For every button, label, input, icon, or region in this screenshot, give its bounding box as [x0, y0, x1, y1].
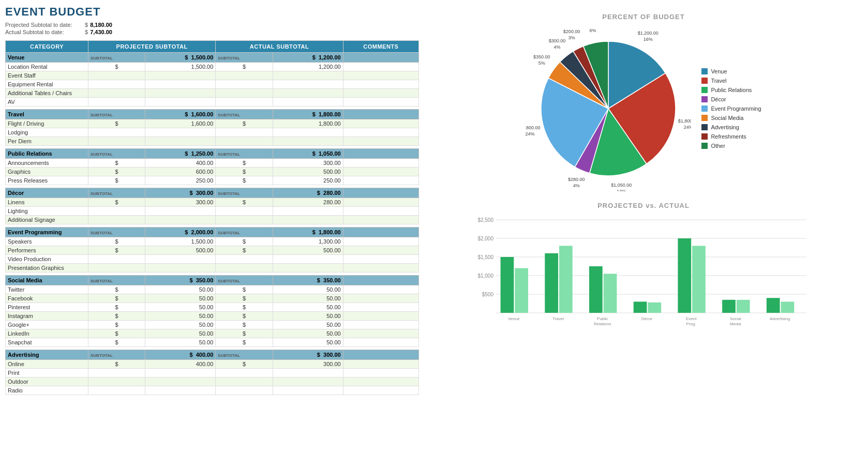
- comments-cell: [343, 53, 418, 63]
- proj-dollar: $: [88, 294, 145, 303]
- section-name: Décor: [6, 188, 88, 198]
- proj-dollar: $: [88, 119, 145, 128]
- item-comments: [343, 255, 418, 264]
- item-name: Outdoor: [6, 377, 88, 386]
- pie-label-value: $1,200.00: [638, 31, 659, 36]
- legend-item: Social Media: [701, 115, 761, 121]
- actual-amount: 50.00: [273, 294, 343, 303]
- actual-amount: 500.00: [273, 246, 343, 255]
- item-name: Pinterest: [6, 303, 88, 312]
- proj-dollar: [88, 80, 145, 89]
- legend-label: Venue: [711, 68, 727, 74]
- proj-amount: [145, 207, 216, 216]
- actual-dollar: $: [216, 168, 273, 176]
- item-comments: [343, 216, 418, 224]
- x-axis-label: Venue: [508, 316, 520, 321]
- pie-label-value: $1,800.00: [678, 118, 691, 124]
- actual-amount: 50.00: [273, 338, 343, 347]
- actual-amount: 1,300.00: [273, 237, 343, 246]
- projected-header: PROJECTED SUBTOTAL: [88, 41, 216, 53]
- actual-dollar: [216, 98, 273, 107]
- x-axis-label: SocialMedia: [730, 316, 741, 326]
- projected-value: 8,180.00: [90, 22, 126, 28]
- proj-dollar: $: [88, 246, 145, 255]
- actual-label: Actual Subtotal to date:: [5, 29, 83, 35]
- page-title: EVENT BUDGET: [5, 5, 419, 19]
- projected-bar: [722, 300, 736, 313]
- section-name: Advertising: [6, 350, 88, 360]
- budget-table: CATEGORY PROJECTED SUBTOTAL ACTUAL SUBTO…: [5, 40, 419, 398]
- proj-amount: [145, 216, 216, 224]
- subtotal-label2: SUBTOTAL: [216, 53, 273, 63]
- item-comments: [343, 369, 418, 377]
- x-axis-label: Travel: [552, 316, 564, 321]
- item-name: Announcements: [6, 159, 88, 168]
- comments-cell: [343, 110, 418, 119]
- legend-label: Public Relations: [711, 87, 752, 93]
- pie-label-value: $1,050.00: [611, 183, 632, 188]
- projected-subtotal: $ 350.00: [145, 276, 216, 285]
- actual-subtotal: $ 1,050.00: [273, 149, 343, 159]
- item-comments: [343, 63, 418, 71]
- proj-dollar: [88, 89, 145, 98]
- proj-amount: [145, 264, 216, 273]
- actual-bar: [559, 246, 573, 313]
- proj-dollar: $: [88, 303, 145, 312]
- proj-dollar: [88, 216, 145, 224]
- comments-cell: [343, 188, 418, 198]
- section-name: Event Programming: [6, 228, 88, 237]
- actual-amount: [273, 216, 343, 224]
- proj-dollar: [88, 128, 145, 137]
- proj-dollar: $: [88, 63, 145, 71]
- projected-bar: [501, 257, 514, 313]
- proj-amount: 1,500.00: [145, 63, 216, 71]
- projected-subtotal: $ 300.00: [145, 188, 216, 198]
- actual-dollar: [216, 255, 273, 264]
- proj-dollar: $: [88, 176, 145, 185]
- subtotal-label: SUBTOTAL: [88, 149, 145, 159]
- actual-dollar: [216, 89, 273, 98]
- subtotal-label2: SUBTOTAL: [216, 228, 273, 237]
- item-comments: [343, 71, 418, 80]
- legend-color: [701, 115, 708, 121]
- item-name: Radio: [6, 386, 88, 395]
- actual-amount: 50.00: [273, 321, 343, 329]
- section-name: Venue: [6, 53, 88, 63]
- proj-amount: [145, 80, 216, 89]
- proj-amount: [145, 71, 216, 80]
- legend-label: Other: [711, 143, 725, 149]
- legend-color: [701, 143, 708, 149]
- item-comments: [343, 386, 418, 395]
- actual-amount: 300.00: [273, 360, 343, 369]
- proj-amount: [145, 89, 216, 98]
- actual-amount: 50.00: [273, 303, 343, 312]
- item-comments: [343, 264, 418, 273]
- proj-amount: 50.00: [145, 303, 216, 312]
- proj-amount: [145, 128, 216, 137]
- actual-dollar: $: [216, 294, 273, 303]
- legend-item: Other: [701, 143, 761, 149]
- actual-bar: [781, 301, 795, 313]
- actual-dollar: $: [85, 29, 88, 35]
- actual-dollar: [216, 71, 273, 80]
- proj-dollar: [88, 207, 145, 216]
- legend-label: Advertising: [711, 124, 739, 130]
- proj-amount: 1,600.00: [145, 119, 216, 128]
- actual-value: 7,430.00: [90, 29, 126, 35]
- item-name: Flight / Driving: [6, 119, 88, 128]
- actual-bar: [648, 302, 661, 313]
- item-name: Instagram: [6, 312, 88, 321]
- item-name: Twitter: [6, 285, 88, 294]
- item-name: Location Rental: [6, 63, 88, 71]
- projected-bar: [589, 266, 603, 313]
- actual-amount: 1,200.00: [273, 63, 343, 71]
- projected-subtotal: $ 1,600.00: [145, 110, 216, 119]
- subtotal-label2: SUBTOTAL: [216, 188, 273, 198]
- projected-bar: [767, 298, 780, 313]
- actual-bar: [737, 300, 750, 313]
- item-name: Additional Signage: [6, 216, 88, 224]
- proj-dollar: [88, 137, 145, 146]
- actual-amount: 50.00: [273, 312, 343, 321]
- projected-bar: [634, 301, 647, 313]
- y-axis-label: $500: [482, 292, 494, 297]
